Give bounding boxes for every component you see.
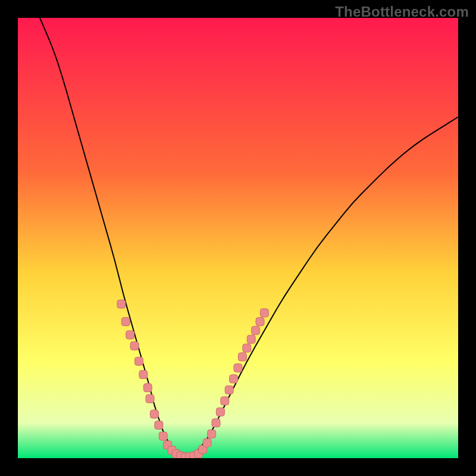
data-marker: [243, 344, 251, 352]
data-marker: [126, 331, 134, 339]
data-marker: [203, 439, 211, 447]
data-marker: [121, 318, 130, 326]
data-marker: [260, 309, 268, 317]
data-marker: [146, 394, 154, 403]
data-marker: [159, 432, 167, 440]
plot-svg: [18, 18, 458, 458]
data-marker: [252, 326, 260, 334]
data-marker: [130, 342, 139, 350]
data-marker: [221, 397, 229, 405]
data-marker: [143, 384, 152, 392]
gradient-background: [18, 18, 458, 458]
data-marker: [238, 353, 246, 361]
data-marker: [225, 386, 233, 394]
data-marker: [139, 370, 148, 378]
plot-area: [18, 18, 458, 458]
data-marker: [230, 375, 238, 383]
data-marker: [234, 364, 242, 372]
data-marker: [135, 357, 143, 365]
data-marker: [150, 410, 158, 418]
data-marker: [216, 408, 224, 416]
chart-stage: TheBottleneck.com: [0, 0, 476, 476]
data-marker: [117, 300, 126, 308]
data-marker: [247, 335, 255, 343]
data-marker: [256, 318, 264, 326]
data-marker: [212, 419, 220, 427]
data-marker: [155, 421, 163, 430]
data-marker: [208, 430, 216, 438]
